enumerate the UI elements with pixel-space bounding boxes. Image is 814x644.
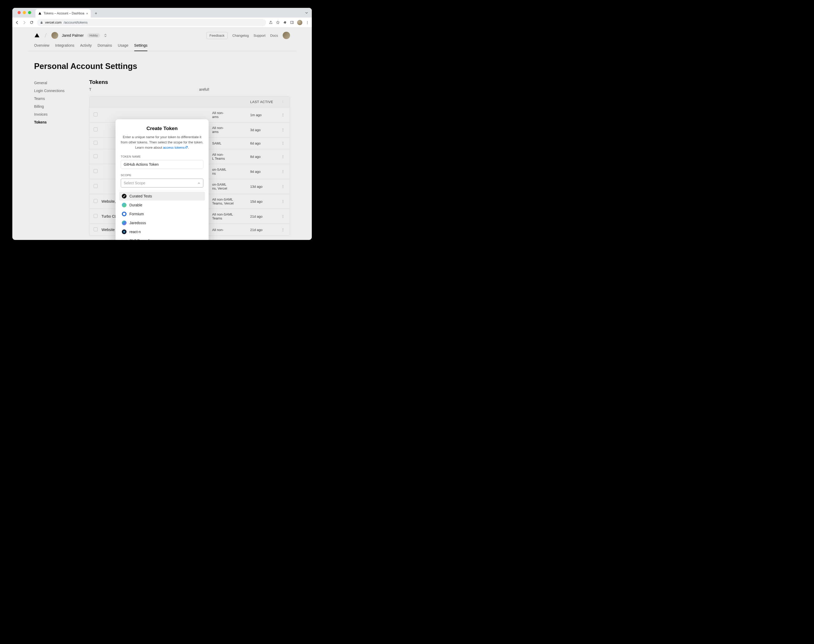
sidebar-item-billing[interactable]: Billing [34, 103, 79, 110]
row-checkbox[interactable] [94, 199, 98, 203]
sidebar-item-tokens[interactable]: Tokens [34, 118, 79, 126]
scope-option-label: Durable [130, 203, 143, 207]
browser-window: Tokens – Account – Dashboa × + vercel.co… [12, 8, 312, 240]
sidepanel-icon[interactable] [290, 20, 294, 25]
header-avatar[interactable] [283, 32, 290, 39]
sidebar-item-login-connections[interactable]: Login Connections [34, 87, 79, 95]
new-tab-button[interactable]: + [92, 10, 100, 17]
sidebar-item-general[interactable]: General [34, 79, 79, 87]
row-menu-icon[interactable]: ⋮ [281, 169, 285, 173]
row-checkbox[interactable] [94, 112, 98, 117]
token-active-cell: 15d ago [250, 199, 281, 204]
row-checkbox[interactable] [94, 154, 98, 158]
section-description: T hese tokens allow other apps to contro… [89, 87, 290, 92]
token-scope-cell: All non-ams [212, 126, 250, 134]
minimize-window-button[interactable] [23, 11, 26, 14]
token-name-input[interactable] [121, 160, 204, 169]
user-avatar[interactable] [51, 32, 58, 39]
scope-option[interactable]: sSkill Recordings [119, 236, 205, 240]
share-icon[interactable] [269, 20, 273, 25]
nav-docs[interactable]: Docs [270, 34, 278, 37]
tab-overview[interactable]: Overview [34, 43, 49, 51]
scope-option[interactable]: Durable [119, 201, 205, 210]
close-tab-icon[interactable]: × [86, 12, 88, 15]
row-checkbox[interactable] [94, 184, 98, 188]
jared-icon [122, 221, 127, 225]
user-name[interactable]: Jared Palmer [62, 33, 84, 37]
row-checkbox[interactable] [94, 141, 98, 145]
reload-button[interactable] [30, 20, 34, 25]
forward-button[interactable] [22, 20, 27, 25]
nav-support[interactable]: Support [254, 34, 266, 37]
row-menu-icon[interactable]: ⋮ [281, 128, 285, 132]
settings-sidebar: General Login Connections Teams Billing … [34, 79, 79, 236]
scope-option[interactable]: Jaredssss [119, 218, 205, 227]
sidebar-item-teams[interactable]: Teams [34, 95, 79, 103]
bookmark-icon[interactable] [276, 20, 280, 25]
modal-title: Create Token [121, 126, 204, 131]
back-button[interactable] [15, 20, 20, 25]
tabs-overflow-icon[interactable] [305, 11, 308, 14]
url-input[interactable]: vercel.com/account/tokens [37, 19, 266, 26]
formium-icon [122, 212, 127, 216]
profile-avatar-icon[interactable] [297, 20, 302, 25]
scope-option-label: Formium [130, 212, 144, 216]
chevron-up-icon [198, 181, 201, 185]
address-bar: vercel.com/account/tokens [12, 18, 312, 28]
svg-marker-7 [35, 33, 39, 37]
scope-select[interactable]: Select Scope [121, 179, 204, 187]
tab-settings[interactable]: Settings [134, 43, 148, 51]
scope-option[interactable]: react-n [119, 227, 205, 236]
scope-option[interactable]: Curated Tests [119, 192, 205, 201]
row-menu-icon[interactable]: ⋮ [281, 214, 285, 218]
nav-changelog[interactable]: Changelog [232, 34, 249, 37]
tab-favicon [38, 12, 42, 15]
scope-option-label: Jaredssss [130, 221, 146, 225]
url-host: vercel.com [45, 20, 61, 25]
tab-domains[interactable]: Domains [98, 43, 112, 51]
row-checkbox[interactable] [94, 127, 98, 131]
scope-label: SCOPE [121, 173, 204, 177]
toolbar-icons [269, 20, 309, 25]
scope-option-label: Skill Recordings [130, 239, 156, 240]
svg-line-8 [45, 33, 46, 37]
tab-usage[interactable]: Usage [118, 43, 128, 51]
close-window-button[interactable] [18, 11, 21, 14]
maximize-window-button[interactable] [28, 11, 31, 14]
scope-option-label: react-n [130, 230, 141, 234]
scope-option[interactable]: Formium [119, 210, 205, 218]
row-menu-icon[interactable]: ⋮ [281, 199, 285, 204]
durable-icon [122, 203, 127, 207]
row-menu-icon[interactable]: ⋮ [281, 228, 285, 232]
token-active-cell: 8d ago [250, 155, 281, 159]
access-tokens-link[interactable]: access tokens [163, 146, 188, 149]
token-name-label: TOKEN NAME [121, 155, 204, 158]
row-checkbox[interactable] [94, 169, 98, 173]
scope-switcher-icon[interactable] [104, 33, 107, 37]
vercel-logo[interactable] [34, 32, 40, 38]
row-checkbox[interactable] [94, 214, 98, 218]
lock-icon [40, 21, 43, 24]
row-menu-icon[interactable]: ⋮ [281, 184, 285, 189]
section-title: Tokens [89, 79, 290, 85]
tab-integrations[interactable]: Integrations [55, 43, 74, 51]
tab-activity[interactable]: Activity [80, 43, 92, 51]
token-scope-cell: on-SAMLns, Vercel [212, 182, 250, 190]
row-menu-icon[interactable]: ⋮ [281, 113, 285, 117]
row-menu-icon[interactable]: ⋮ [281, 141, 285, 145]
row-menu-icon[interactable]: ⋮ [281, 155, 285, 159]
row-checkbox[interactable] [94, 227, 98, 231]
app-header: Jared Palmer Hobby Feedback Changelog Su… [28, 28, 296, 41]
sidebar-item-invoices[interactable]: Invoices [34, 110, 79, 118]
table-header: LAST ACTIVE ⋮ [89, 97, 290, 107]
browser-tab[interactable]: Tokens – Account – Dashboa × [35, 9, 91, 18]
menu-icon[interactable] [305, 21, 309, 25]
table-header-menu-icon[interactable]: ⋮ [281, 100, 285, 104]
curated-icon [122, 194, 127, 198]
feedback-button[interactable]: Feedback [206, 32, 228, 39]
extensions-icon[interactable] [283, 20, 287, 25]
tab-strip: Tokens – Account – Dashboa × + [12, 8, 312, 18]
token-scope-cell: SAML [212, 141, 250, 145]
token-active-cell: 3d ago [250, 128, 281, 132]
token-active-cell: 21d ago [250, 228, 281, 232]
